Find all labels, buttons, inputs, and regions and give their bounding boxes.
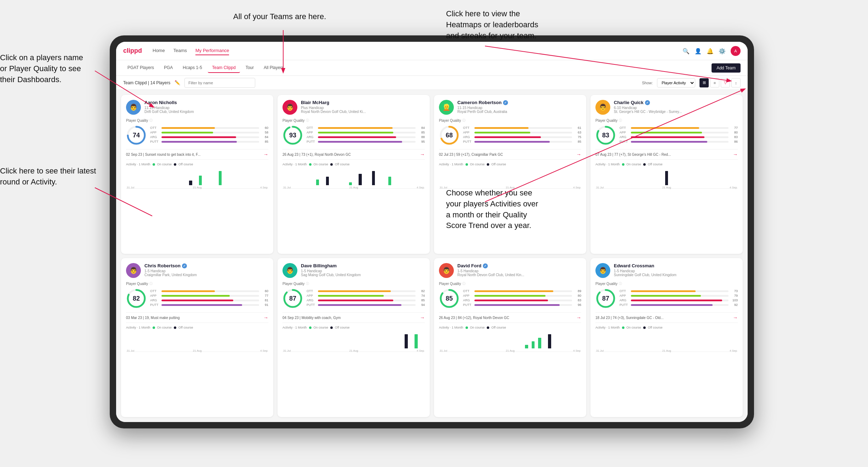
stat-row: ARG 81 [150, 298, 268, 302]
circle-score[interactable]: 68 [439, 125, 459, 146]
stat-value: 58 [261, 131, 268, 134]
player-header[interactable]: 👨 Charlie Quick ✓ 6-10 Handicap St. Geor… [595, 100, 738, 115]
stat-bar-fill [161, 290, 215, 292]
show-select[interactable]: Player Activity Quality Trend [657, 78, 695, 87]
circle-score[interactable]: 87 [595, 288, 616, 309]
player-header[interactable]: 👨 Aaron Nicholls 11-15 Handicap Drift Go… [126, 100, 268, 115]
latest-round[interactable]: 03 Mar 23 | 19, Must make putting → [126, 312, 268, 323]
x-label: 4 Sep [730, 349, 737, 352]
tab-pga[interactable]: PGA [160, 63, 177, 73]
player-header[interactable]: 👨 Edward Crossman 1-5 Handicap Sunningda… [595, 263, 738, 278]
latest-round[interactable]: 18 Jul 23 | 74 (+3), Sunningdale GC - Ol… [595, 312, 738, 323]
player-name[interactable]: Edward Crossman [614, 263, 738, 268]
circle-score[interactable]: 74 [126, 125, 147, 146]
nav-link-teams[interactable]: Teams [173, 46, 187, 55]
nav-link-performance[interactable]: My Performance [195, 46, 229, 55]
player-header[interactable]: 👨 David Ford ✓ 1-5 Handicap Royal North … [439, 263, 581, 278]
latest-round-arrow[interactable]: → [733, 152, 738, 157]
search-icon[interactable]: 🔍 [683, 48, 689, 54]
tab-all-players[interactable]: All Players [259, 63, 288, 73]
player-name[interactable]: Blair McHarg [301, 100, 425, 105]
player-info: David Ford ✓ 1-5 Handicap Royal North De… [457, 263, 581, 277]
off-course-label: Off course [178, 163, 193, 166]
grid-view-icon[interactable]: ⊞ [699, 78, 709, 87]
tab-hcaps[interactable]: Hcaps 1-5 [178, 63, 206, 73]
latest-round-arrow[interactable]: → [263, 152, 268, 157]
bell-icon[interactable]: 🔔 [707, 48, 713, 54]
quality-content[interactable]: 83 OTT 77 APP 80 ARG [595, 125, 738, 146]
nav-logo[interactable]: clippd [123, 47, 142, 55]
quality-content[interactable]: 82 OTT 60 APP 77 ARG [126, 288, 268, 309]
tab-tour[interactable]: Tour [241, 63, 258, 73]
circle-score[interactable]: 93 [282, 125, 303, 146]
stat-bar-fill [631, 136, 704, 138]
player-header[interactable]: 👨 Blair McHarg Plus Handicap Royal North… [282, 100, 425, 115]
circle-score[interactable]: 83 [595, 125, 616, 146]
quality-content[interactable]: 93 OTT 84 APP 85 ARG [282, 125, 425, 146]
latest-round-arrow[interactable]: → [733, 315, 738, 320]
player-header[interactable]: 👱 Cameron Robertson ✓ 11-15 Handicap Roy… [439, 100, 581, 115]
add-team-button[interactable]: Add Team [712, 63, 741, 73]
player-name[interactable]: Cameron Robertson ✓ [457, 100, 581, 105]
latest-round-arrow[interactable]: → [263, 315, 268, 320]
latest-round-arrow[interactable]: → [420, 152, 425, 157]
player-name[interactable]: Dave Billingham [301, 263, 425, 268]
on-course-dot [153, 163, 155, 166]
circle-score[interactable]: 82 [126, 288, 147, 309]
quality-content[interactable]: 87 OTT 82 APP 74 ARG [282, 288, 425, 309]
quality-content[interactable]: 68 OTT 61 APP 63 ARG [439, 125, 581, 146]
tab-team-clippd[interactable]: Team Clippd [208, 63, 240, 73]
list-view-icon[interactable]: ≡ [710, 78, 719, 87]
player-name[interactable]: Charlie Quick ✓ [614, 100, 738, 105]
player-avatar: 👨 [282, 263, 297, 278]
circle-score[interactable]: 85 [439, 288, 459, 309]
player-card: 👨 Chris Robertson ✓ 1-5 Handicap Craigmi… [121, 258, 273, 417]
sort-icon[interactable]: ↕ [731, 78, 741, 87]
latest-round[interactable]: 07 Aug 23 | 77 (+7), St George's Hill GC… [595, 149, 738, 160]
quality-content[interactable]: 74 OTT 60 APP 58 ARG [126, 125, 268, 146]
latest-round-arrow[interactable]: → [420, 315, 425, 320]
player-avatar: 👨 [282, 100, 297, 115]
quality-content[interactable]: 85 OTT 89 APP 80 ARG [439, 288, 581, 309]
stat-bar-bg [631, 304, 729, 306]
nav-link-home[interactable]: Home [153, 46, 165, 55]
latest-round[interactable]: 02 Jul 23 | 59 (+17), Craigmillar Park G… [439, 149, 581, 160]
activity-label: Activity · 1 Month On course Off course [439, 163, 581, 166]
activity-x-labels: 31 Jul21 Aug4 Sep [595, 185, 738, 189]
stat-value: 77 [730, 126, 738, 130]
latest-round[interactable]: 26 Aug 23 | 73 (+1), Royal North Devon G… [282, 149, 425, 160]
stat-row: APP 80 [463, 294, 581, 297]
player-name[interactable]: Aaron Nicholls [144, 100, 268, 105]
latest-round[interactable]: 02 Sep 23 | Sunset round to get back int… [126, 149, 268, 160]
stat-bar-bg [161, 141, 259, 143]
player-name[interactable]: David Ford ✓ [457, 263, 581, 268]
x-label: 4 Sep [417, 349, 424, 352]
latest-round[interactable]: 26 Aug 23 | 84 (+12), Royal North Devon … [439, 312, 581, 323]
tab-pgat[interactable]: PGAT Players [123, 63, 158, 73]
stat-row: APP 80 [619, 131, 738, 134]
stat-row: OTT 89 [463, 289, 581, 293]
player-handicap: 11-15 Handicap [457, 106, 581, 110]
latest-round-arrow[interactable]: → [576, 315, 581, 320]
filter-icon[interactable]: ▽ [721, 78, 730, 87]
on-course-dot [153, 326, 155, 329]
stat-bar-fill [631, 132, 702, 133]
player-header[interactable]: 👨 Chris Robertson ✓ 1-5 Handicap Craigmi… [126, 263, 268, 278]
activity-chart: 31 Jul21 Aug4 Sep [282, 167, 425, 189]
player-header[interactable]: 👨 Dave Billingham 1-5 Handicap Sag Maing… [282, 263, 425, 278]
on-course-label: On course [314, 326, 329, 329]
player-name[interactable]: Chris Robertson ✓ [144, 263, 268, 268]
player-info: Edward Crossman 1-5 Handicap Sunningdale… [614, 263, 738, 277]
x-label: 31 Jul [283, 186, 291, 189]
latest-round-arrow[interactable]: → [576, 152, 581, 157]
user-icon[interactable]: 👤 [695, 48, 701, 54]
stat-row: APP 85 [307, 131, 425, 134]
x-label: 4 Sep [417, 186, 424, 189]
circle-score[interactable]: 87 [282, 288, 303, 309]
latest-round[interactable]: 04 Sep 23 | Mobility with coach, Gym → [282, 312, 425, 323]
edit-icon[interactable]: ✏️ [175, 80, 180, 85]
quality-content[interactable]: 87 OTT 73 APP 79 ARG [595, 288, 738, 309]
search-input[interactable] [184, 78, 255, 88]
settings-icon[interactable]: ⚙️ [719, 48, 725, 54]
user-avatar[interactable]: A [731, 46, 741, 56]
